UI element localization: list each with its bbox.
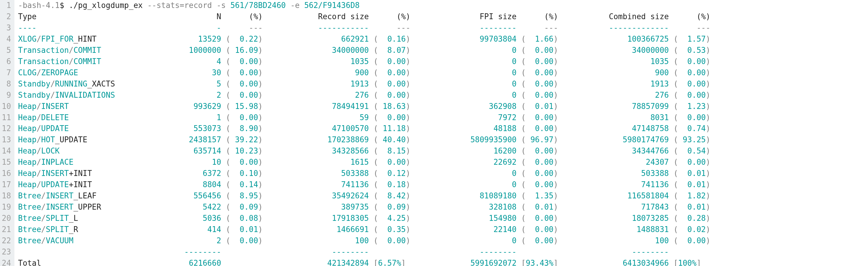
terminal-line: Heap/DELETE 1 ( 0.00) 59 ( 0.00) 7972 ( … [18, 112, 865, 124]
terminal-line: Btree/INSERT_LEAF 556456 ( 8.95) 3549262… [18, 190, 865, 202]
terminal-line: Heap/HOT_UPDATE 2438157 ( 39.22) 1702388… [18, 134, 865, 145]
terminal-line: -bash-4.1$ ./pg_xlogdump_ex --stats=reco… [18, 0, 865, 11]
terminal-line: Total 6216660 421342894 [6.57%] 59916920… [18, 258, 865, 266]
line-number: 4 [2, 34, 11, 45]
terminal-line: Standby/INVALIDATIONS 2 ( 0.00) 276 ( 0.… [18, 90, 865, 101]
line-number: 21 [2, 224, 11, 235]
line-number: 14 [2, 145, 11, 157]
line-number: 18 [2, 190, 11, 202]
terminal-line: Btree/INSERT_UPPER 5422 ( 0.09) 389735 (… [18, 202, 865, 213]
line-number: 13 [2, 134, 11, 145]
terminal-line: Heap/LOCK 635714 ( 10.23) 34328566 ( 8.1… [18, 145, 865, 157]
line-number: 9 [2, 90, 11, 101]
terminal-line: Btree/VACUUM 2 ( 0.00) 100 ( 0.00) 0 ( 0… [18, 235, 865, 246]
line-number: 15 [2, 157, 11, 168]
terminal-line: Transaction/COMMIT 4 ( 0.00) 1035 ( 0.00… [18, 56, 865, 67]
line-number: 20 [2, 213, 11, 224]
terminal-line: Transaction/COMMIT 1000000 ( 16.09) 3400… [18, 45, 865, 56]
line-number: 24 [2, 258, 11, 266]
terminal-line: Heap/INSERT 993629 ( 15.98) 78494191 ( 1… [18, 101, 865, 112]
terminal-line: CLOG/ZEROPAGE 30 ( 0.00) 900 ( 0.00) 0 (… [18, 67, 865, 79]
terminal-line: Heap/UPDATE 553073 ( 8.90) 47100570 ( 11… [18, 123, 865, 134]
terminal-line: Btree/SPLIT_L 5036 ( 0.08) 17918305 ( 4.… [18, 213, 865, 224]
line-number: 7 [2, 67, 11, 79]
terminal-line: Btree/SPLIT_R 414 ( 0.01) 1466691 ( 0.35… [18, 224, 865, 235]
line-number: 2 [2, 11, 11, 22]
terminal-line: Heap/UPDATE+INIT 8804 ( 0.14) 741136 ( 0… [18, 179, 865, 190]
terminal-line: Standby/RUNNING_XACTS 5 ( 0.00) 1913 ( 0… [18, 79, 865, 90]
terminal-line: -------- -------- -------- -------- [18, 246, 865, 258]
terminal-line: Heap/INPLACE 10 ( 0.00) 1615 ( 0.00) 226… [18, 157, 865, 168]
terminal-output[interactable]: -bash-4.1$ ./pg_xlogdump_ex --stats=reco… [14, 0, 868, 266]
terminal-line: Type N (%) Record size (%) FPI size (%) … [18, 11, 865, 22]
line-number: 12 [2, 123, 11, 134]
line-number: 17 [2, 179, 11, 190]
terminal-line: XLOG/FPI_FOR_HINT 13529 ( 0.22) 662921 (… [18, 34, 865, 45]
line-number: 1 [2, 0, 11, 11]
terminal-line: ---- - --- ----------- --- -------- --- … [18, 22, 865, 34]
line-number-gutter: 123456789101112131415161718192021222324 [0, 0, 14, 266]
terminal-line: Heap/INSERT+INIT 6372 ( 0.10) 503388 ( 0… [18, 168, 865, 179]
line-number: 11 [2, 112, 11, 124]
line-number: 16 [2, 168, 11, 179]
line-number: 19 [2, 202, 11, 213]
line-number: 10 [2, 101, 11, 112]
line-number: 5 [2, 45, 11, 56]
line-number: 23 [2, 246, 11, 258]
line-number: 3 [2, 22, 11, 34]
line-number: 22 [2, 235, 11, 246]
line-number: 8 [2, 79, 11, 90]
line-number: 6 [2, 56, 11, 67]
